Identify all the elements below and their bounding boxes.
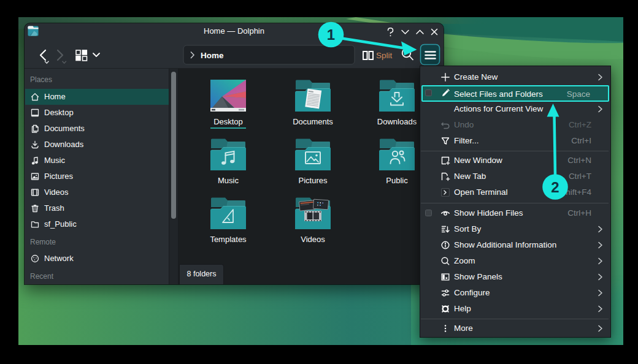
- svg-text:Home: Home: [201, 51, 224, 60]
- svg-text:Split: Split: [376, 51, 393, 60]
